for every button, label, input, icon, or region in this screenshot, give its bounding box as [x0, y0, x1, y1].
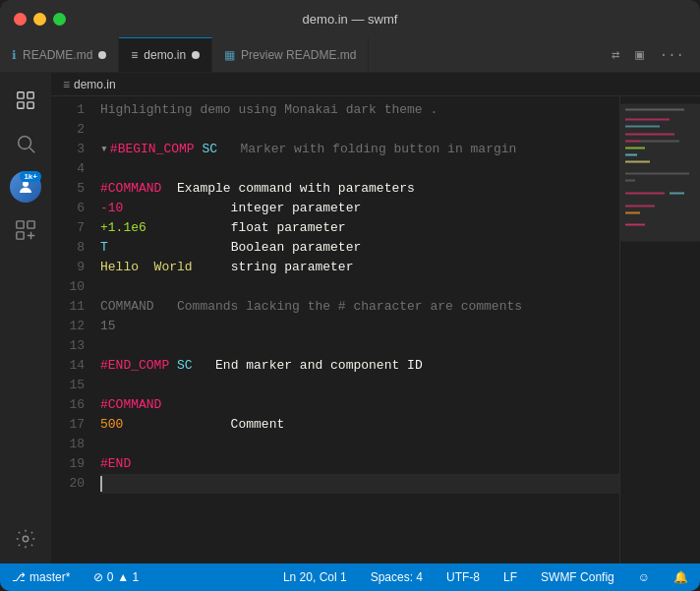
- svg-point-10: [23, 536, 29, 542]
- traffic-lights[interactable]: [0, 13, 66, 26]
- eol-text: LF: [503, 570, 517, 584]
- code-line-3: ▾#BEGIN_COMP SC Marker with folding butt…: [100, 140, 619, 159]
- bell-icon: 🔔: [673, 570, 688, 584]
- readme-tab-icon: ℹ: [12, 48, 17, 62]
- notifications-item[interactable]: 🔔: [670, 563, 692, 591]
- tab-actions: ⇄ ▣ ···: [606, 37, 700, 72]
- main-layout: 1k+ ≡ demo.in 1: [0, 73, 700, 563]
- language-text: SWMF Config: [541, 570, 614, 584]
- code-line-19: #END: [100, 454, 619, 474]
- svg-rect-8: [28, 221, 34, 228]
- code-editor[interactable]: Highlighting demo using Monakai dark the…: [100, 96, 619, 563]
- svg-rect-0: [18, 92, 24, 98]
- code-line-14: #END_COMP SC End marker and component ID: [100, 356, 619, 376]
- more-actions-button[interactable]: ···: [654, 43, 690, 67]
- code-line-8: T Boolean parameter: [100, 238, 619, 258]
- code-line-16: #COMMAND: [100, 395, 619, 415]
- svg-rect-2: [18, 102, 24, 108]
- spaces-item[interactable]: Spaces: 4: [367, 563, 427, 591]
- editor-area: ≡ demo.in 1 2 3 4 5 6 7 8 9 10 11 12 13 …: [51, 73, 700, 563]
- code-line-17: 500 Comment: [100, 415, 619, 435]
- code-line-4: [100, 159, 619, 179]
- code-line-10: [100, 277, 619, 297]
- code-line-6: -10 integer parameter: [100, 199, 619, 218]
- activity-icon-settings[interactable]: [6, 524, 45, 563]
- preview-tab-icon: ▦: [224, 48, 235, 62]
- demo-tab-icon: ≡: [131, 48, 138, 62]
- code-line-7: +1.1e6 float parameter: [100, 218, 619, 238]
- code-line-9: Hello World string parameter: [100, 258, 619, 277]
- code-line-1: Highlighting demo using Monakai dark the…: [100, 100, 619, 120]
- line-numbers: 1 2 3 4 5 6 7 8 9 10 11 12 13 14 15 16 1…: [51, 96, 100, 563]
- git-icon: ⎇: [12, 570, 26, 584]
- status-bar: ⎇ master* ⊘ 0 ▲ 1 Ln 20, Col 1 Spaces: 4…: [0, 563, 700, 591]
- editor-layout-button[interactable]: ▣: [629, 42, 649, 67]
- activity-icon-extensions[interactable]: [6, 210, 45, 250]
- code-line-12: 15: [100, 317, 619, 336]
- activity-bar: 1k+: [0, 73, 51, 563]
- svg-rect-3: [28, 102, 33, 108]
- encoding-text: UTF-8: [446, 570, 480, 584]
- smiley-item[interactable]: ☺: [634, 563, 654, 591]
- code-line-20: [100, 474, 619, 494]
- eol-item[interactable]: LF: [499, 563, 521, 591]
- text-cursor: [100, 476, 102, 492]
- maximize-button[interactable]: [53, 13, 66, 26]
- tab-demo[interactable]: ≡ demo.in: [119, 37, 212, 72]
- spaces-text: Spaces: 4: [371, 570, 423, 584]
- close-button[interactable]: [14, 13, 27, 26]
- git-branch-item[interactable]: ⎇ master*: [8, 563, 74, 591]
- code-container[interactable]: 1 2 3 4 5 6 7 8 9 10 11 12 13 14 15 16 1…: [51, 96, 700, 563]
- svg-rect-1: [28, 92, 33, 98]
- activity-icon-explorer[interactable]: [6, 81, 45, 120]
- encoding-item[interactable]: UTF-8: [442, 563, 484, 591]
- tab-demo-label: demo.in: [144, 48, 186, 62]
- minimize-button[interactable]: [33, 13, 46, 26]
- window-title: demo.in — swmf: [303, 12, 398, 27]
- minimap[interactable]: [619, 96, 700, 563]
- git-branch: master*: [29, 570, 70, 584]
- breadcrumb-path: demo.in: [74, 78, 116, 91]
- svg-line-5: [29, 148, 34, 152]
- cursor-position: Ln 20, Col 1: [283, 570, 347, 584]
- warnings-item[interactable]: ⊘ 0 ▲ 1: [89, 563, 143, 591]
- breadcrumb: ≡ demo.in: [51, 73, 700, 96]
- breadcrumb-icon: ≡: [63, 78, 70, 91]
- svg-rect-27: [620, 104, 700, 242]
- svg-point-4: [19, 137, 31, 149]
- warnings-text: ⊘ 0: [93, 570, 113, 584]
- activity-icon-search[interactable]: [6, 124, 45, 163]
- position-item[interactable]: Ln 20, Col 1: [279, 563, 351, 591]
- code-line-2: [100, 120, 619, 140]
- svg-rect-7: [17, 221, 24, 228]
- split-editor-button[interactable]: ⇄: [606, 42, 625, 67]
- tab-preview-label: Preview README.md: [241, 48, 356, 62]
- code-line-13: [100, 336, 619, 356]
- tab-readme-modified: [98, 51, 106, 59]
- errors-text: ▲ 1: [117, 570, 139, 584]
- tab-demo-modified: [192, 51, 200, 59]
- code-line-18: [100, 435, 619, 454]
- tab-preview[interactable]: ▦ Preview README.md: [212, 37, 369, 72]
- code-line-15: [100, 376, 619, 395]
- activity-icon-avatar[interactable]: 1k+: [6, 167, 45, 207]
- smiley-icon: ☺: [638, 570, 650, 584]
- svg-rect-9: [17, 232, 24, 239]
- minimap-visual: [620, 96, 700, 563]
- code-line-5: #COMMAND Example command with parameters: [100, 179, 619, 199]
- code-line-11: COMMAND Commands lacking the # character…: [100, 297, 619, 317]
- tab-bar: ℹ README.md ≡ demo.in ▦ Preview README.m…: [0, 37, 700, 73]
- tab-readme[interactable]: ℹ README.md: [0, 37, 119, 72]
- tab-readme-label: README.md: [23, 48, 92, 62]
- avatar-badge: 1k+: [20, 171, 41, 182]
- title-bar: demo.in — swmf: [0, 0, 700, 37]
- language-item[interactable]: SWMF Config: [537, 563, 618, 591]
